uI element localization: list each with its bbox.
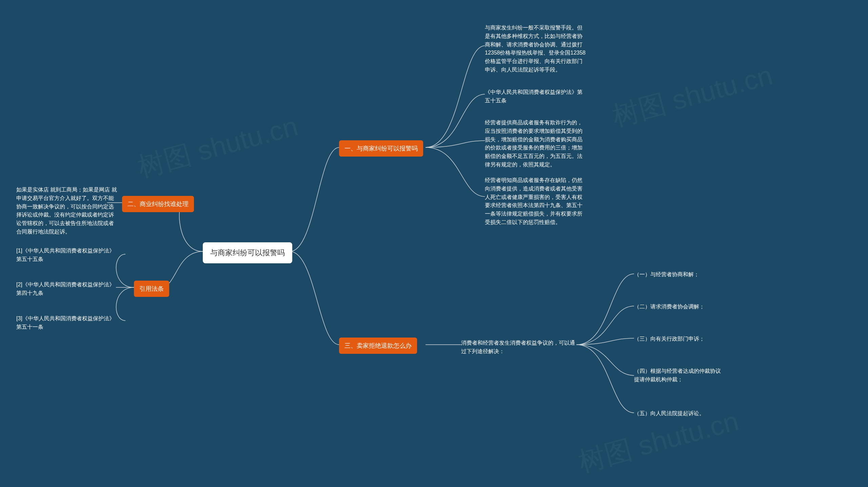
watermark: 树图 shutu.cn <box>134 108 302 186</box>
connectors <box>0 0 868 487</box>
watermark: 树图 shutu.cn <box>608 57 776 135</box>
branch-node-law[interactable]: 引用法条 <box>134 281 169 297</box>
leaf-b1-4: 经营者明知商品或者服务存在缺陷，仍然向消费者提供，造成消费者或者其他受害人死亡或… <box>485 176 587 227</box>
branch-node-2[interactable]: 二、商业纠纷找谁处理 <box>122 196 194 212</box>
branch-node-3[interactable]: 三、卖家拒绝退款怎么办 <box>339 338 417 354</box>
leaf-b3-opt2: （二）请求消费者协会调解； <box>634 303 722 311</box>
branch-node-1[interactable]: 一、与商家纠纷可以报警吗 <box>339 140 423 157</box>
leaf-b1-3: 经营者提供商品或者服务有欺诈行为的，应当按照消费者的要求增加赔偿其受到的损失，增… <box>485 119 587 169</box>
leaf-b3-opt5: （五）向人民法院提起诉讼。 <box>634 409 722 418</box>
leaf-b2-1: 如果是实体店 就到工商局；如果是网店 就申请交易平台官方介入就好了。双方不能协商… <box>16 186 118 236</box>
leaf-b3-opt3: （三）向有关行政部门申诉； <box>634 335 722 343</box>
leaf-law-3: [3]《中华人民共和国消费者权益保护法》 第五十一条 <box>16 314 121 331</box>
root-node[interactable]: 与商家纠纷可以报警吗 <box>203 242 292 263</box>
leaf-b1-1: 与商家发生纠纷一般不采取报警手段。但是有其他多种维权方式，比如与经营者协商和解、… <box>485 24 587 74</box>
leaf-b3-opt4: （四）根据与经营者达成的仲裁协议提请仲裁机构仲裁； <box>634 367 722 384</box>
leaf-b3-opt1: （一）与经营者协商和解； <box>634 270 722 279</box>
leaf-law-2: [2]《中华人民共和国消费者权益保护法》 第四十九条 <box>16 281 121 298</box>
leaf-law-1: [1]《中华人民共和国消费者权益保护法》 第五十五条 <box>16 247 121 264</box>
leaf-b3-intro: 消费者和经营者发生消费者权益争议的，可以通过下列途径解决： <box>461 339 576 356</box>
leaf-b1-2: 《中华人民共和国消费者权益保护法》第五十五条 <box>485 88 587 105</box>
